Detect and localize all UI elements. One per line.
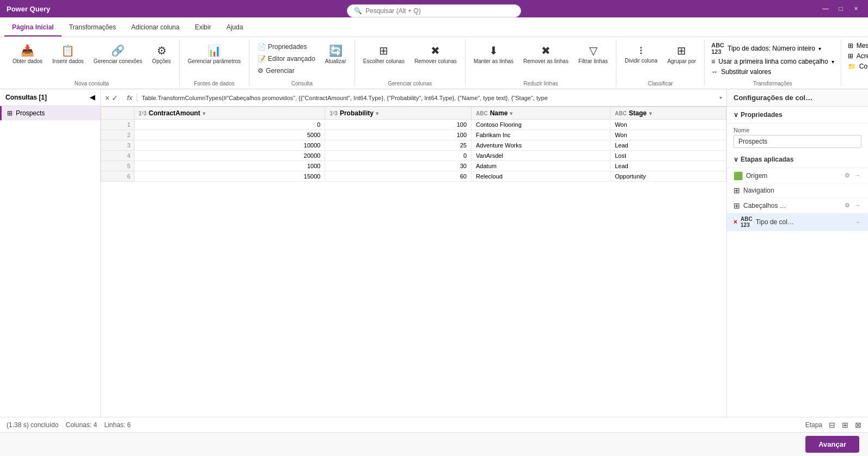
minimize-button[interactable]: —	[820, 3, 831, 14]
maximize-button[interactable]: □	[835, 3, 846, 14]
gerenciar-conexoes-icon: 🔗	[111, 44, 125, 57]
step-navigation[interactable]: ⊞ Navigation	[727, 183, 868, 198]
agrupar-por-button[interactable]: ⊞ Agrupar por	[663, 41, 700, 67]
manter-linhas-button[interactable]: ⬇ Manter as linhas	[470, 41, 517, 67]
close-button[interactable]: ×	[851, 3, 861, 14]
acrescentar-icon: ⊞	[848, 52, 853, 60]
step-cabecalhos-gear-button[interactable]: ⚙	[843, 201, 851, 210]
atualizar-button[interactable]: 🔄 Atualizar	[321, 41, 350, 67]
status-icon-1[interactable]: ⊟	[829, 421, 835, 429]
cell-name: Adventure Works	[472, 140, 610, 151]
step-origem-gear-button[interactable]: ⚙	[843, 171, 851, 180]
table-row[interactable]: 3 10000 25 Adventure Works Lead	[101, 140, 726, 151]
tab-exibir[interactable]: Exibir	[187, 19, 219, 36]
remover-colunas-button[interactable]: ✖ Remover colunas	[411, 41, 461, 67]
gerenciar-icon: ⚙	[258, 67, 264, 75]
cell-stage: Lead	[610, 140, 726, 151]
cell-contract-amount: 15000	[134, 171, 325, 182]
col-header-contractamount[interactable]: 1²3 ContractAmount ▾	[134, 107, 325, 120]
sidebar-item-label: Prospects	[16, 109, 45, 117]
sidebar-collapse-button[interactable]: ◀	[90, 94, 95, 101]
tab-ajuda[interactable]: Ajuda	[219, 19, 251, 36]
step-tipo-col-delete-button[interactable]: ×	[733, 218, 737, 226]
step-cabecalhos[interactable]: ⊞ Cabeçalhos … ⚙ →	[727, 198, 868, 213]
opcoes-button[interactable]: ⚙ Opções	[148, 41, 174, 67]
obter-dados-button[interactable]: 📥 Obter dados	[9, 41, 46, 67]
step-tipo-col[interactable]: × ABC123 Tipo de col… →	[727, 213, 868, 231]
col-header-probability[interactable]: 1²3 Probability ▾	[325, 107, 472, 120]
cell-name: VanArsdel	[472, 151, 610, 161]
editor-avancado-button[interactable]: 📝 Editor avançado	[254, 53, 319, 64]
tab-adicionar-coluna[interactable]: Adicionar coluna	[124, 19, 187, 36]
tipo-dados-icon: ABC123	[711, 42, 724, 55]
search-input[interactable]	[365, 7, 507, 15]
status-text: (1.38 s) concluído	[7, 421, 58, 429]
substituir-valores-button[interactable]: ↔ Substituir valores	[709, 67, 836, 76]
gerenciar-conexoes-button[interactable]: 🔗 Gerenciar conexões	[90, 41, 146, 67]
table-row[interactable]: 5 1000 30 Adatum Lead	[101, 161, 726, 171]
propriedades-button[interactable]: 📄 Propriedades	[254, 41, 319, 52]
ribbon-group-nova-consulta: 📥 Obter dados 📋 Inserir dados 🔗 Gerencia…	[4, 39, 180, 87]
dividir-coluna-button[interactable]: ⫶ Dividir coluna	[621, 41, 661, 67]
ribbon-group-combinar: ⊞ Mesclar consultas ▾ ⊞ Acrescentar cons…	[841, 39, 868, 87]
step-origem[interactable]: 🟩 Origem ⚙ →	[727, 168, 868, 183]
gerenciar-button[interactable]: ⚙ Gerenciar	[254, 65, 319, 76]
agrupar-por-icon: ⊞	[677, 44, 686, 57]
acrescentar-consultas-button[interactable]: ⊞ Acrescentar consultas ▾	[846, 52, 868, 60]
properties-chevron-icon: ∨	[733, 111, 738, 119]
parametros-label: Fontes de dados	[184, 78, 244, 87]
mesclar-consultas-button[interactable]: ⊞ Mesclar consultas ▾	[846, 41, 868, 50]
remover-linhas-button[interactable]: ✖ Remover as linhas	[519, 41, 572, 67]
applied-steps-section-title[interactable]: ∨ Etapas aplicadas	[727, 151, 868, 168]
filter-stage-icon[interactable]: ▾	[649, 110, 652, 116]
footer-bar: Avançar	[0, 432, 868, 456]
status-icon-2[interactable]: ⊞	[842, 421, 848, 429]
step-cabecalhos-label: Cabeçalhos …	[743, 202, 786, 209]
formula-cancel-button[interactable]: ×	[105, 94, 109, 102]
substituir-valores-icon: ↔	[711, 68, 718, 76]
row-number: 3	[101, 140, 135, 151]
table-row[interactable]: 1 0 100 Contoso Flooring Won	[101, 120, 726, 130]
step-origem-label: Origem	[746, 172, 767, 180]
formula-confirm-button[interactable]: ✓	[112, 94, 118, 102]
table-row[interactable]: 4 20000 0 VanArsdel Lost	[101, 151, 726, 161]
properties-section-title[interactable]: ∨ Propriedades	[727, 107, 868, 124]
formula-text: Table.TransformColumnTypes(#"Cabeçalhos …	[142, 95, 715, 101]
step-tipo-col-icon: ABC123	[741, 216, 753, 228]
row-number: 6	[101, 171, 135, 182]
combinar-arquivos-button[interactable]: 📁 Combinar arquivos	[846, 62, 868, 71]
ribbon-group-consulta: 📄 Propriedades 📝 Editor avançado ⚙ Geren…	[249, 39, 355, 87]
step-tipo-col-arrow-button[interactable]: →	[853, 218, 861, 226]
filter-probability-icon[interactable]: ▾	[376, 110, 378, 116]
sidebar-item-prospects[interactable]: ⊞ Prospects	[0, 106, 100, 120]
step-cabecalhos-arrow-button[interactable]: →	[853, 201, 861, 210]
cell-stage: Opportunity	[610, 171, 726, 182]
tab-transformacoes[interactable]: Transformações	[62, 19, 124, 36]
advance-button[interactable]: Avançar	[805, 436, 859, 453]
cell-contract-amount: 5000	[134, 130, 325, 140]
gerenciar-parametros-button[interactable]: 📊 Gerenciar parâmetros	[184, 41, 244, 67]
cell-probability: 30	[325, 161, 472, 171]
tipo-dados-dropdown[interactable]: ABC123 Tipo de dados: Número inteiro ▾	[709, 41, 836, 56]
inserir-dados-button[interactable]: 📋 Inserir dados	[48, 41, 88, 67]
status-icon-3[interactable]: ⊠	[855, 421, 861, 429]
ribbon-group-parametros: 📊 Gerenciar parâmetros Fontes de dados	[180, 39, 249, 87]
table-row[interactable]: 2 5000 100 Fabrikam Inc Won	[101, 130, 726, 140]
search-bar[interactable]: 🔍	[347, 4, 521, 17]
name-property-input[interactable]	[733, 135, 861, 148]
primeira-linha-dropdown[interactable]: ≡ Usar a primeira linha como cabeçalho ▾	[709, 57, 836, 66]
filter-contractamount-icon[interactable]: ▾	[203, 110, 205, 116]
step-origem-arrow-button[interactable]: →	[853, 171, 861, 180]
ribbon-group-reduzir-linhas: ⬇ Manter as linhas ✖ Remover as linhas ▽…	[466, 39, 617, 87]
col-header-stage[interactable]: ABC Stage ▾	[610, 107, 726, 120]
filtrar-linhas-button[interactable]: ▽ Filtrar linhas	[574, 41, 612, 67]
tab-pagina-inicial[interactable]: Página Inicial	[4, 19, 62, 36]
col-header-name[interactable]: ABC Name ▾	[472, 107, 610, 120]
escolher-colunas-button[interactable]: ⊞ Escolher colunas	[359, 41, 408, 67]
filter-name-icon[interactable]: ▾	[510, 110, 512, 116]
search-icon: 🔍	[354, 7, 362, 15]
table-row[interactable]: 6 15000 60 Relecloud Opportunity	[101, 171, 726, 182]
opcoes-icon: ⚙	[157, 44, 167, 57]
cell-contract-amount: 10000	[134, 140, 325, 151]
formula-expand-button[interactable]: ▾	[719, 95, 722, 101]
